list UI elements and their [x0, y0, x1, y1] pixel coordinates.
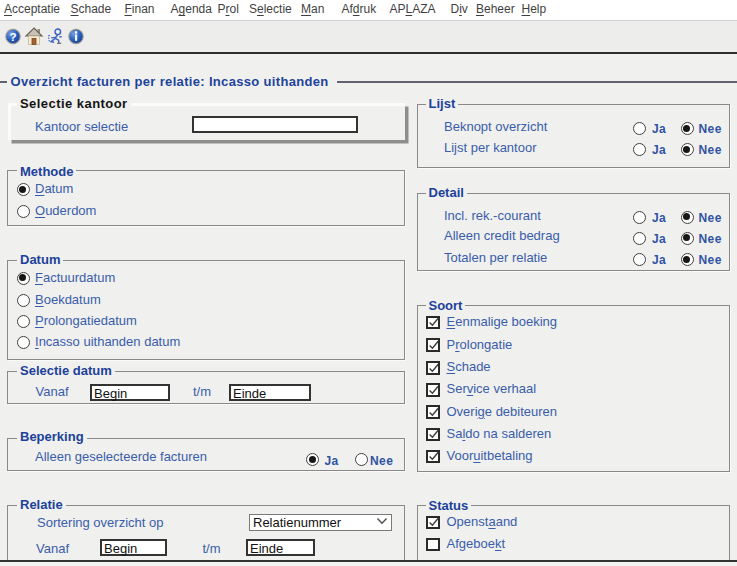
- svg-text:?: ?: [10, 31, 17, 43]
